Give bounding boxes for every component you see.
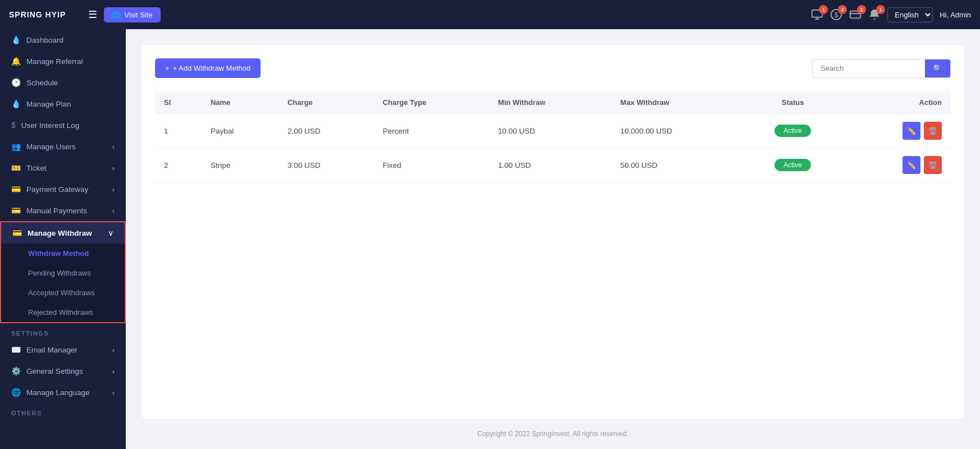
- cell-min-withdraw: 1.00 USD: [489, 148, 612, 182]
- language-icon: 🌐: [11, 388, 21, 397]
- card-badge: 2: [857, 5, 866, 14]
- sidebar-item-manage-withdraw[interactable]: 💳 Manage Withdraw ∨: [1, 222, 125, 244]
- cell-max-withdraw: 10,000.00 USD: [612, 114, 742, 148]
- cell-max-withdraw: 50.00 USD: [612, 148, 742, 182]
- header-left: SPRING HYIP: [9, 10, 66, 19]
- status-badge: Active: [774, 125, 811, 137]
- cell-sl: 1: [155, 114, 202, 148]
- interest-icon: $: [11, 121, 16, 130]
- card-icon-badge[interactable]: 2: [849, 8, 862, 21]
- cell-charge: 2.00 USD: [279, 114, 373, 148]
- sidebar-item-manual-payments[interactable]: 💳Manual Payments ›: [0, 200, 126, 221]
- cell-charge-type: Percent: [373, 114, 489, 148]
- language-selector[interactable]: English: [887, 7, 933, 22]
- hamburger-button[interactable]: ☰: [88, 8, 97, 21]
- sidebar-item-manage-language[interactable]: 🌐Manage Language ›: [0, 382, 126, 403]
- add-withdraw-method-button[interactable]: + + Add Withdraw Method: [155, 58, 261, 78]
- status-badge: Active: [774, 159, 811, 171]
- plus-icon: +: [165, 64, 170, 72]
- col-status: Status: [742, 91, 844, 114]
- cell-action: ✏️ 🗑️: [844, 114, 951, 148]
- dashboard-icon: 💧: [11, 35, 21, 44]
- col-min-withdraw: Min Withdraw: [489, 91, 612, 114]
- sidebar-item-email-manager[interactable]: ✉️Email Manager ›: [0, 339, 126, 360]
- submenu-item-withdraw-method[interactable]: Withdraw Method: [1, 244, 125, 263]
- main-layout: 💧 Dashboard 🔔 Manage Referral 🕐 Schedule…: [0, 29, 980, 449]
- col-charge-type: Charge Type: [373, 91, 489, 114]
- submenu-item-pending-withdraws[interactable]: Pending Withdraws: [1, 263, 125, 283]
- col-max-withdraw: Max Withdraw: [612, 91, 742, 114]
- referral-icon: 🔔: [11, 57, 21, 66]
- cell-action: ✏️ 🗑️: [844, 148, 951, 182]
- dollar-badge: 2: [838, 5, 847, 14]
- schedule-icon: 🕐: [11, 78, 21, 87]
- withdraw-icon: 💳: [12, 228, 22, 237]
- payment-icon: 💳: [11, 185, 21, 194]
- main-content: + + Add Withdraw Method 🔍 Sl Name Charg: [126, 29, 980, 449]
- content-card: + + Add Withdraw Method 🔍 Sl Name Charg: [142, 45, 964, 419]
- sidebar-item-manage-users[interactable]: 👥Manage Users ›: [0, 136, 126, 157]
- users-icon: 👥: [11, 142, 21, 151]
- brand-name: SPRING HYIP: [9, 10, 66, 19]
- table-row: 2 Stripe 3.00 USD Fixed 1.00 USD 50.00 U…: [155, 148, 951, 182]
- submenu-item-rejected-withdraws[interactable]: Rejected Withdraws: [1, 303, 125, 322]
- col-sl: Sl: [155, 91, 202, 114]
- table-row: 1 Paybal 2.00 USD Percent 10.00 USD 10,0…: [155, 114, 951, 148]
- card-toolbar: + + Add Withdraw Method 🔍: [155, 58, 951, 78]
- visit-site-button[interactable]: 🌐 Visit Site: [104, 7, 160, 22]
- chevron-right-icon-payment: ›: [112, 185, 115, 194]
- submenu-item-accepted-withdraws[interactable]: Accepted Withdraws: [1, 283, 125, 303]
- top-header: SPRING HYIP ☰ 🌐 Visit Site 1 $ 2 2 1: [0, 0, 980, 29]
- sidebar-item-manage-referral[interactable]: 🔔 Manage Referral: [0, 51, 126, 72]
- svg-text:$: $: [835, 11, 838, 19]
- bell-badge: 1: [876, 5, 885, 14]
- search-button[interactable]: 🔍: [925, 59, 950, 77]
- sidebar-item-ticket[interactable]: 🎫Ticket ›: [0, 157, 126, 178]
- cell-charge: 3.00 USD: [279, 148, 373, 182]
- chevron-right-icon-ticket: ›: [112, 164, 115, 172]
- sidebar-item-dashboard[interactable]: 💧 Dashboard: [0, 29, 126, 51]
- cell-min-withdraw: 10.00 USD: [489, 114, 612, 148]
- dollar-icon-badge[interactable]: $ 2: [830, 8, 842, 21]
- bell-icon-badge[interactable]: 1: [868, 8, 881, 21]
- manual-pay-icon: 💳: [11, 206, 21, 215]
- language-select[interactable]: English: [887, 7, 933, 22]
- monitor-badge: 1: [819, 5, 828, 14]
- monitor-icon-badge[interactable]: 1: [811, 8, 823, 21]
- others-section-label: OTHERS: [0, 403, 126, 419]
- sidebar-item-user-interest-log[interactable]: $ User Interest Log: [0, 114, 126, 136]
- cell-name: Stripe: [202, 148, 279, 182]
- ticket-icon: 🎫: [11, 163, 21, 172]
- cell-sl: 2: [155, 148, 202, 182]
- admin-label[interactable]: Hi, Admin: [940, 11, 971, 19]
- manage-withdraw-section: 💳 Manage Withdraw ∨ Withdraw Method Pend…: [0, 221, 126, 323]
- header-right: 1 $ 2 2 1 English Hi, Admin: [811, 7, 971, 22]
- chevron-right-icon-email: ›: [112, 346, 115, 354]
- edit-button[interactable]: ✏️: [902, 122, 920, 140]
- plan-icon: 💧: [11, 99, 21, 108]
- settings-icon: ⚙️: [11, 366, 21, 375]
- edit-button[interactable]: ✏️: [902, 156, 920, 174]
- col-name: Name: [202, 91, 279, 114]
- chevron-right-icon-manual: ›: [112, 207, 115, 215]
- delete-button[interactable]: 🗑️: [924, 156, 942, 174]
- chevron-right-icon-settings: ›: [112, 367, 115, 375]
- sidebar-item-general-settings[interactable]: ⚙️General Settings ›: [0, 360, 126, 382]
- search-box: 🔍: [812, 59, 951, 78]
- delete-button[interactable]: 🗑️: [924, 122, 942, 140]
- email-icon: ✉️: [11, 345, 21, 354]
- sidebar-item-schedule[interactable]: 🕐 Schedule: [0, 72, 126, 93]
- cell-name: Paybal: [202, 114, 279, 148]
- withdraw-methods-table: Sl Name Charge Charge Type Min Withdraw …: [155, 91, 951, 182]
- sidebar-item-payment-gateway[interactable]: 💳Payment Gateway ›: [0, 178, 126, 200]
- search-icon: 🔍: [933, 64, 942, 73]
- col-action: Action: [844, 91, 951, 114]
- cell-status: Active: [742, 148, 844, 182]
- footer-copyright: Copyright © 2022 SpringInvest. All right…: [142, 430, 964, 438]
- chevron-right-icon: ›: [112, 143, 115, 151]
- settings-section-label: SETTINGS: [0, 323, 126, 339]
- table-header-row: Sl Name Charge Charge Type Min Withdraw …: [155, 91, 951, 114]
- sidebar-item-manage-plan[interactable]: 💧 Manage Plan: [0, 93, 126, 114]
- search-input[interactable]: [813, 59, 925, 77]
- sidebar: 💧 Dashboard 🔔 Manage Referral 🕐 Schedule…: [0, 29, 126, 449]
